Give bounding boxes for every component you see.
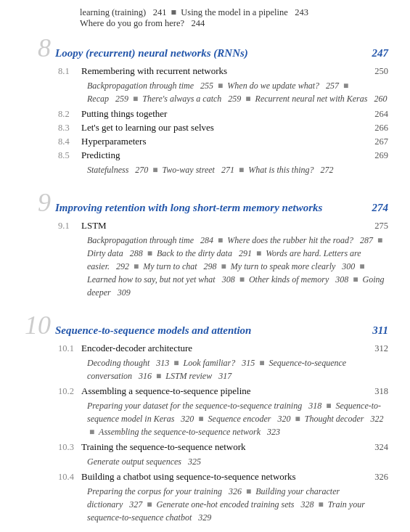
section-num-10.3: 10.3 bbox=[58, 442, 81, 453]
section-title-10.2: Assembling a sequence-to-sequence pipeli… bbox=[81, 385, 369, 397]
subsection-item: Other kinds of memory 308 bbox=[249, 274, 348, 285]
section-10.1: 10.1Encoder-decoder architecture312 bbox=[22, 343, 388, 354]
chapter-title-8: Loopy (recurrent) neural networks (RNNs) bbox=[55, 47, 364, 60]
subsections-9.1: Backpropagation through time 284 ■ Where… bbox=[22, 234, 388, 299]
section-page-10.1: 312 bbox=[374, 343, 388, 354]
subsection-item: Recurrent neural net with Keras 260 bbox=[255, 94, 388, 104]
subsection-item: Backpropagation through time 284 bbox=[87, 235, 213, 245]
section-title-8.2: Putting things together bbox=[81, 108, 369, 120]
subsection-item: Decoding thought 313 bbox=[87, 358, 169, 368]
chapter-10: 10Sequence-to-sequence models and attent… bbox=[22, 312, 388, 524]
subsection-item: Sequence encoder 320 bbox=[208, 414, 291, 424]
section-title-10.3: Training the sequence-to-sequence networ… bbox=[81, 441, 369, 453]
subsections-8.5: Statefulness 270 ■ Two-way street 271 ■ … bbox=[22, 163, 388, 176]
section-title-8.1: Remembering with recurrent networks bbox=[81, 65, 369, 77]
subsection-item: Dirty data 288 bbox=[87, 248, 143, 258]
subsection-item: Backpropagation through time 255 bbox=[87, 81, 213, 91]
section-10.2: 10.2Assembling a sequence-to-sequence pi… bbox=[22, 385, 388, 397]
section-num-10.1: 10.1 bbox=[58, 343, 81, 354]
subsections-10.1: Decoding thought 313 ■ Look familiar? 31… bbox=[22, 356, 388, 382]
chapter-8: 8Loopy (recurrent) neural networks (RNNs… bbox=[22, 35, 388, 176]
subsection-item: LSTM review 317 bbox=[165, 371, 231, 381]
subsection-item: Learned how to say, but not yet what 308 bbox=[87, 274, 235, 285]
subsection-item: Preparing your dataset for the sequence-… bbox=[87, 401, 321, 411]
section-title-8.4: Hyperparameters bbox=[81, 136, 369, 147]
section-num-8.1: 8.1 bbox=[58, 66, 81, 77]
subsection-item: Recap 259 bbox=[87, 94, 128, 104]
section-8.4: 8.4Hyperparameters267 bbox=[22, 136, 388, 147]
section-page-9.1: 275 bbox=[374, 221, 388, 232]
chapter-page-9: 274 bbox=[372, 202, 389, 214]
chapter-9: 9Improving retention with long short-ter… bbox=[22, 189, 388, 299]
subsection-item: My turn to chat 298 bbox=[143, 261, 216, 271]
section-9.1: 9.1LSTM275 bbox=[22, 220, 388, 232]
section-title-10.1: Encoder-decoder architecture bbox=[81, 343, 369, 354]
subsection-item: Preparing the corpus for your training 3… bbox=[87, 486, 242, 496]
subsection-item: Thought decoder 322 bbox=[305, 414, 384, 424]
section-num-10.4: 10.4 bbox=[58, 472, 81, 483]
section-title-8.5: Predicting bbox=[81, 150, 369, 161]
subsections-10.4: Preparing the corpus for your training 3… bbox=[22, 485, 388, 524]
section-num-9.1: 9.1 bbox=[58, 221, 81, 232]
top-continuation-items: learning (training) 241 ■ Using the mode… bbox=[22, 7, 388, 29]
chapter-page-8: 247 bbox=[372, 47, 389, 60]
section-8.5: 8.5Predicting269 bbox=[22, 150, 388, 161]
section-num-8.3: 8.3 bbox=[58, 123, 81, 134]
section-page-8.4: 267 bbox=[374, 136, 388, 147]
section-page-8.1: 250 bbox=[374, 66, 388, 77]
subsections-10.2: Preparing your dataset for the sequence-… bbox=[22, 399, 388, 438]
subsection-item: Two-way street 271 bbox=[163, 165, 234, 175]
subsection-item: My turn to speak more clearly 300 bbox=[231, 261, 356, 271]
chapter-header-10: 10Sequence-to-sequence models and attent… bbox=[22, 312, 388, 338]
section-page-8.2: 264 bbox=[374, 109, 388, 120]
section-page-8.3: 266 bbox=[374, 123, 388, 134]
section-page-10.4: 326 bbox=[374, 472, 388, 483]
section-num-8.4: 8.4 bbox=[58, 136, 81, 147]
section-page-8.5: 269 bbox=[374, 150, 388, 161]
top-item-3: Where do you go from here? 244 bbox=[80, 18, 205, 28]
section-page-10.2: 318 bbox=[374, 386, 388, 397]
subsection-item: Statefulness 270 bbox=[87, 165, 148, 175]
section-num-8.2: 8.2 bbox=[58, 109, 81, 120]
chapter-title-9: Improving retention with long short-term… bbox=[55, 202, 364, 214]
section-title-8.3: Let's get to learning our past selves bbox=[81, 122, 369, 134]
chapters-container: 8Loopy (recurrent) neural networks (RNNs… bbox=[22, 35, 388, 524]
section-10.4: 10.4Building a chatbot using sequence-to… bbox=[22, 471, 388, 483]
subsection-item: Back to the dirty data 291 bbox=[157, 248, 252, 258]
subsection-item: Look familiar? 315 bbox=[184, 358, 255, 368]
section-10.3: 10.3Training the sequence-to-sequence ne… bbox=[22, 441, 388, 453]
chapter-header-9: 9Improving retention with long short-ter… bbox=[22, 189, 388, 216]
section-num-8.5: 8.5 bbox=[58, 150, 81, 161]
chapter-num-8: 8 bbox=[22, 35, 51, 61]
chapter-num-9: 9 bbox=[22, 189, 51, 216]
section-num-10.2: 10.2 bbox=[58, 386, 81, 397]
section-8.3: 8.3Let's get to learning our past selves… bbox=[22, 122, 388, 134]
chapter-page-10: 311 bbox=[372, 324, 388, 337]
section-8.2: 8.2Putting things together264 bbox=[22, 108, 388, 120]
subsection-item: Assembling the sequence-to-sequence netw… bbox=[99, 427, 280, 437]
section-page-10.3: 324 bbox=[374, 442, 388, 453]
chapter-title-10: Sequence-to-sequence models and attentio… bbox=[55, 324, 364, 337]
top-item-2: Using the model in a pipeline 243 bbox=[181, 7, 308, 17]
subsection-item: What is this thing? 272 bbox=[248, 165, 333, 175]
chapter-header-8: 8Loopy (recurrent) neural networks (RNNs… bbox=[22, 35, 388, 61]
subsection-item: Generate one-hot encoded training sets 3… bbox=[157, 499, 314, 510]
chapter-num-10: 10 bbox=[22, 312, 51, 338]
toc-container: learning (training) 241 ■ Using the mode… bbox=[22, 7, 388, 524]
section-title-9.1: LSTM bbox=[81, 220, 369, 232]
section-8.1: 8.1Remembering with recurrent networks25… bbox=[22, 65, 388, 77]
subsection-item: When do we update what? 257 bbox=[227, 81, 339, 91]
subsection-item: Generate output sequences 325 bbox=[87, 457, 201, 467]
subsections-10.3: Generate output sequences 325 bbox=[22, 455, 388, 468]
subsection-item: Where does the rubber hit the road? 287 bbox=[227, 235, 373, 245]
subsections-8.1: Backpropagation through time 255 ■ When … bbox=[22, 79, 388, 105]
top-item-1: learning (training) 241 bbox=[80, 7, 166, 17]
subsection-item: There's always a catch 259 bbox=[142, 94, 241, 104]
section-title-10.4: Building a chatbot using sequence-to-seq… bbox=[81, 471, 369, 483]
